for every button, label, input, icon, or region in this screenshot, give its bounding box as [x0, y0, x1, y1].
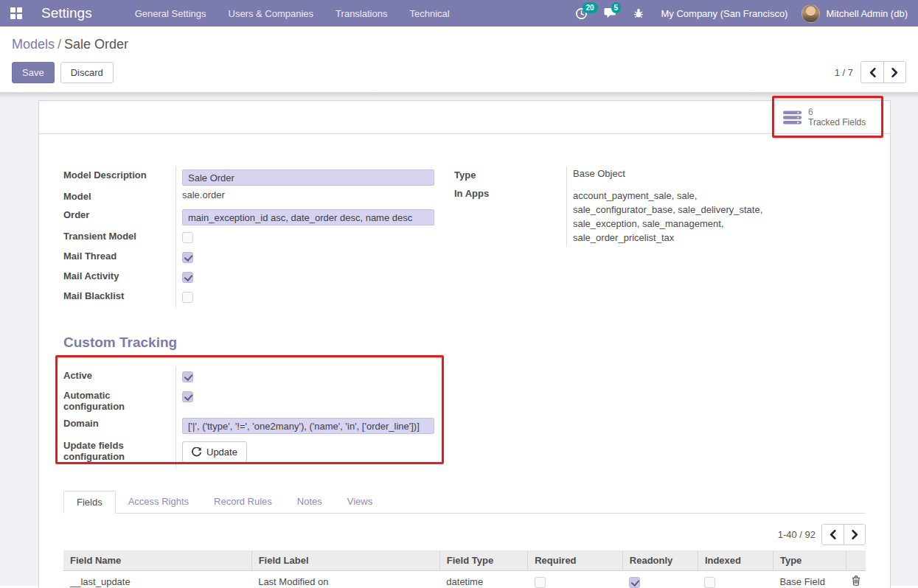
pager-next-button[interactable]: [883, 62, 905, 83]
apps-grid-icon[interactable]: [10, 7, 22, 19]
tab-access-rights[interactable]: Access Rights: [116, 491, 201, 514]
messages-menu[interactable]: 5: [604, 7, 619, 20]
discard-button[interactable]: Discard: [60, 62, 114, 83]
mail-thread-checkbox[interactable]: [182, 252, 193, 263]
type-value: Base Object: [566, 167, 864, 185]
tracked-fields-label: Tracked Fields: [808, 117, 866, 127]
field-row-order: Order: [63, 206, 432, 228]
save-button[interactable]: Save: [12, 62, 55, 83]
message-count-badge: 5: [611, 2, 622, 13]
user-menu[interactable]: Mitchell Admin (db): [801, 4, 908, 23]
bug-icon: [633, 7, 644, 19]
tab-notes[interactable]: Notes: [285, 491, 335, 514]
breadcrumb-models-link[interactable]: Models: [12, 37, 55, 52]
active-checkbox[interactable]: [182, 371, 193, 382]
col-header-actions: [846, 550, 866, 571]
control-panel: Models/Sale Order Save Discard 1 / 7: [0, 27, 918, 92]
tab-fields[interactable]: Fields: [63, 491, 116, 514]
field-row-domain: Domain: [63, 415, 432, 437]
fields-list-pager-value: 1-40 / 92: [778, 529, 816, 540]
debug-menu[interactable]: [633, 7, 647, 20]
domain-label: Domain: [63, 415, 175, 437]
tab-views[interactable]: Views: [335, 491, 385, 514]
col-header-type[interactable]: Type: [773, 550, 846, 571]
breadcrumb-current: Sale Order: [64, 37, 128, 52]
table-row-last-update[interactable]: __last_update Last Modified on datetime …: [63, 571, 866, 588]
notebook-tabs: Fields Access Rights Record Rules Notes …: [63, 490, 866, 514]
mail-blacklist-label: Mail Blacklist: [63, 287, 175, 307]
cell-field-name: __last_update: [63, 571, 251, 588]
model-label: Model: [63, 188, 175, 206]
field-row-automatic-configuration: Automatic configuration: [63, 387, 432, 415]
nav-menu: General Settings Users & Companies Trans…: [135, 8, 450, 19]
list-stack-icon: [783, 111, 801, 125]
field-row-model-description: Model Description: [63, 167, 432, 188]
form-sheet: 6 Tracked Fields Model Description Model: [38, 100, 891, 588]
update-button[interactable]: Update: [182, 441, 247, 463]
record-pager-value: 1 / 7: [835, 67, 853, 78]
readonly-checkbox[interactable]: [629, 577, 640, 588]
field-row-mail-blacklist: Mail Blacklist: [63, 287, 432, 307]
fields-table-header-row: Field Name Field Label Field Type Requir…: [63, 550, 866, 571]
app-title[interactable]: Settings: [41, 5, 92, 21]
mail-activity-label: Mail Activity: [63, 267, 175, 287]
delete-row-button[interactable]: [852, 575, 860, 588]
top-navbar: Settings General Settings Users & Compan…: [0, 0, 918, 27]
field-row-transient-model: Transient Model: [63, 228, 432, 248]
cell-type: Base Field: [773, 571, 846, 588]
automatic-configuration-checkbox[interactable]: [182, 391, 193, 402]
user-avatar: [801, 4, 820, 23]
chevron-left-icon: [830, 530, 836, 539]
pager-previous-button[interactable]: [861, 62, 883, 83]
type-label: Type: [454, 167, 566, 185]
model-description-input[interactable]: [182, 169, 434, 186]
chevron-right-icon: [891, 68, 898, 77]
col-header-field-name[interactable]: Field Name: [63, 550, 251, 571]
chevron-left-icon: [869, 68, 876, 77]
tracked-fields-stat-button[interactable]: 6 Tracked Fields: [775, 101, 890, 133]
form-grid: Model Description Model sale.order Order…: [63, 167, 866, 307]
nav-item-technical[interactable]: Technical: [409, 8, 449, 19]
chevron-right-icon: [852, 530, 858, 539]
trash-icon: [852, 575, 860, 586]
tab-record-rules[interactable]: Record Rules: [201, 491, 285, 514]
mail-thread-label: Mail Thread: [63, 248, 175, 267]
field-row-active: Active: [63, 367, 432, 387]
required-checkbox[interactable]: [535, 577, 546, 588]
col-header-required[interactable]: Required: [528, 550, 623, 571]
col-header-indexed[interactable]: Indexed: [698, 550, 773, 571]
fields-list-pager-next[interactable]: [844, 525, 865, 545]
cell-field-type: datetime: [439, 571, 527, 588]
tracked-fields-count: 6: [808, 107, 866, 117]
field-row-mail-activity: Mail Activity: [63, 267, 432, 287]
field-row-model: Model sale.order: [63, 188, 432, 206]
custom-tracking-title: Custom Tracking: [63, 335, 866, 351]
transient-model-checkbox[interactable]: [182, 232, 193, 243]
order-input[interactable]: [182, 209, 434, 225]
activity-menu[interactable]: 20: [575, 7, 590, 20]
active-label: Active: [63, 367, 175, 387]
in-apps-label: In Apps: [454, 185, 566, 247]
indexed-checkbox[interactable]: [704, 577, 715, 588]
fields-list-pager-previous[interactable]: [822, 525, 844, 545]
field-row-in-apps: In Apps account_payment_sale, sale, sale…: [454, 185, 864, 247]
activity-count-badge: 20: [583, 2, 598, 13]
automatic-configuration-label: Automatic configuration: [63, 387, 175, 415]
button-box: 6 Tracked Fields: [39, 101, 890, 134]
col-header-field-label[interactable]: Field Label: [251, 550, 439, 571]
nav-item-general-settings[interactable]: General Settings: [135, 8, 206, 19]
company-switcher[interactable]: My Company (San Francisco): [661, 8, 788, 19]
mail-blacklist-checkbox[interactable]: [182, 292, 193, 303]
col-header-field-type[interactable]: Field Type: [439, 550, 527, 571]
field-row-update-fields: Update fields configuration Update: [63, 437, 432, 468]
refresh-icon: [192, 447, 201, 457]
domain-input[interactable]: [182, 418, 434, 434]
fields-table: Field Name Field Label Field Type Requir…: [63, 550, 866, 588]
field-row-type: Type Base Object: [454, 167, 864, 185]
model-description-label: Model Description: [63, 167, 175, 188]
nav-item-users-companies[interactable]: Users & Companies: [229, 8, 314, 19]
nav-item-translations[interactable]: Translations: [335, 8, 387, 19]
mail-activity-checkbox[interactable]: [182, 272, 193, 283]
transient-model-label: Transient Model: [63, 228, 175, 248]
col-header-readonly[interactable]: Readonly: [622, 550, 698, 571]
